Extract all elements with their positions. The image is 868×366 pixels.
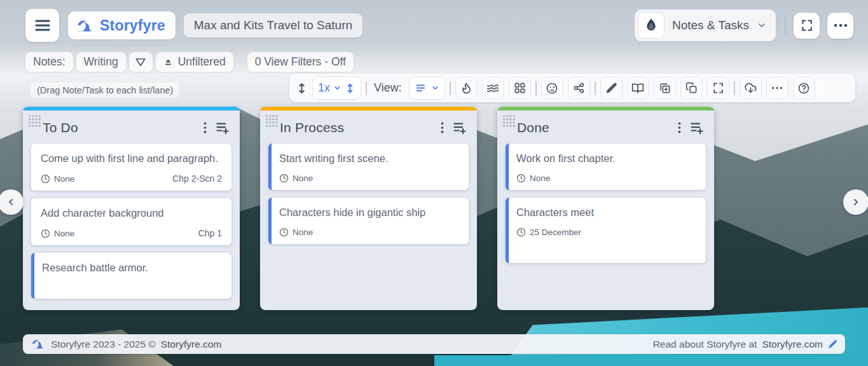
note-card[interactable]: Characters hide in gigantic shipNone [268,198,469,244]
hamburger-menu-button[interactable] [25,9,59,42]
unfiltered-label: Unfiltered [178,55,226,69]
column-title: In Process [280,120,344,135]
flame-icon [460,82,472,94]
header-more-button[interactable] [827,13,853,39]
toolbar-more-button[interactable] [766,77,789,99]
zoom-level-dropdown[interactable]: 1x [312,76,361,100]
zoom-updown-icon[interactable] [345,82,355,95]
board-fullscreen-button[interactable] [707,77,729,99]
share-nodes-icon [573,82,585,94]
mode-icon-box[interactable] [638,12,665,39]
mode-selector-label: Notes & Tasks [672,18,749,32]
note-card-meta: None [279,173,459,183]
note-card-meta: 25 December [516,227,696,237]
flame-view-button[interactable] [455,77,478,99]
column-title: Done [517,120,549,135]
waves-view-button[interactable] [482,77,504,99]
column-actions [203,121,230,134]
drag-hint-text: (Drag Note/Task to each list/lane) [31,83,179,98]
note-card[interactable]: Start writing first scene.None [268,144,469,190]
pencil-icon [605,82,617,94]
note-card[interactable]: Research battle armor. [31,253,231,299]
view-mode-dropdown[interactable] [409,76,445,100]
note-card[interactable]: Come up with first line and paragraph.No… [31,144,231,191]
note-due: None [41,229,74,238]
character-view-button[interactable] [541,77,563,99]
scroll-right-button[interactable] [843,189,868,215]
column-actions [441,121,467,134]
chevron-left-icon [6,197,16,207]
storyfyre-logo-button[interactable]: Storyfyre [68,11,176,39]
view-label: View: [374,81,402,95]
copy-button[interactable] [680,77,703,99]
cloud-download-button[interactable] [740,77,762,99]
column-menu-button[interactable] [678,121,681,134]
note-due: None [41,174,74,184]
edit-button[interactable] [600,77,623,99]
unfiltered-button[interactable]: Unfiltered [156,52,233,72]
toolbar-divider [734,81,735,95]
relations-view-button[interactable] [568,77,590,99]
row-height-icon[interactable] [296,81,308,95]
face-icon [546,82,558,95]
clock-icon [516,227,526,237]
toolbar-divider [595,81,596,95]
column-cards: Start writing first scene.NoneCharacters… [260,144,477,244]
note-card[interactable]: Work on first chapter.None [506,144,706,190]
footer-left: Storyfyre 2023 - 2025 © Storyfyre.com [31,338,221,350]
column-drag-handle-icon[interactable] [502,114,516,128]
help-button[interactable] [793,77,815,99]
column-drag-handle-icon[interactable] [28,114,41,128]
mode-selector-dropdown[interactable]: Notes & Tasks [635,10,776,41]
chevron-down-icon [757,20,767,30]
kanban-board: To DoCome up with first line and paragra… [23,107,714,310]
grid-icon [514,82,526,94]
note-card-meta: NoneChp 2-Scn 2 [41,173,222,184]
view-filters-status[interactable]: 0 View Filters - Off [247,52,354,72]
read-book-button[interactable] [627,77,649,99]
chevron-right-icon [851,197,861,207]
note-due-text: 25 December [530,227,581,237]
note-due: None [279,173,313,183]
column-header: In Process [260,111,477,144]
filter-funnel-button[interactable] [129,52,153,72]
add-note-button[interactable] [690,121,705,134]
note-card-title: Research battle armor. [42,261,222,274]
column-menu-button[interactable] [441,121,444,134]
align-left-icon [415,83,427,93]
fullscreen-button[interactable] [794,13,820,39]
add-note-button[interactable] [453,121,467,134]
column-cards: Work on first chapter.NoneCharacters mee… [497,144,714,263]
note-due-text: None [54,229,74,238]
column-menu-button[interactable] [203,121,207,134]
board-title[interactable]: Max and Kits Travel to Saturn [184,13,362,37]
footer-read-link[interactable]: Storyfyre.com [762,339,823,350]
board-toolbar: 1x View: [289,74,855,102]
note-due-text: None [54,174,74,184]
clock-icon [279,173,289,183]
grid-view-button[interactable] [509,77,531,99]
note-card[interactable]: Add character backgroundNoneChp 1 [31,198,231,245]
header-right-group: Notes & Tasks [635,10,853,41]
board-column-in-process: In ProcessStart writing first scene.None… [260,107,477,310]
column-body: In ProcessStart writing first scene.None… [260,111,477,310]
toolbar-divider [450,81,451,95]
note-card[interactable]: Characters meet25 December [506,198,706,263]
footer-site-link[interactable]: Storyfyre.com [161,339,222,350]
edit-pencil-icon[interactable] [828,339,837,349]
footer-read-about: Read about Storyfyre at [653,339,757,350]
column-actions [678,121,705,134]
fullscreen-icon [801,19,813,32]
column-drag-handle-icon[interactable] [265,114,279,128]
storyfyre-logo-text: Storyfyre [100,17,165,34]
fullscreen-icon [712,82,724,94]
add-note-button[interactable] [216,121,230,134]
column-title: To Do [43,120,78,135]
duplicate-add-button[interactable] [654,77,676,99]
column-cards: Come up with first line and paragraph.No… [23,144,240,299]
note-due-text: None [530,173,550,183]
water-drop-icon [645,18,658,33]
board-column-to-do: To DoCome up with first line and paragra… [23,107,240,310]
writing-mode-button[interactable]: Writing [76,52,126,72]
note-due: None [279,227,313,237]
